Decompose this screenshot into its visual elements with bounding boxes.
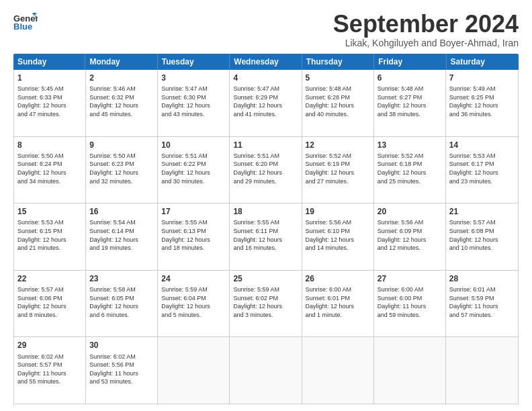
cell-info: Sunrise: 5:49 AM Sunset: 6:25 PM Dayligh… — [449, 85, 515, 118]
cell-info: Sunrise: 5:50 AM Sunset: 6:23 PM Dayligh… — [89, 152, 154, 185]
cell-info: Sunrise: 6:02 AM Sunset: 5:57 PM Dayligh… — [17, 353, 82, 386]
calendar-cell: 1Sunrise: 5:45 AM Sunset: 6:33 PM Daylig… — [14, 70, 86, 136]
calendar-cell — [446, 337, 518, 404]
calendar-cell: 2Sunrise: 5:46 AM Sunset: 6:32 PM Daylig… — [86, 70, 158, 136]
weekday-header: Thursday — [302, 54, 374, 70]
weekday-header: Monday — [85, 54, 157, 70]
calendar-cell: 16Sunrise: 5:54 AM Sunset: 6:14 PM Dayli… — [86, 203, 158, 270]
calendar-cell: 27Sunrise: 6:00 AM Sunset: 6:00 PM Dayli… — [374, 271, 446, 337]
day-number: 30 — [89, 340, 154, 351]
day-number: 11 — [233, 140, 298, 150]
weekday-header: Friday — [374, 54, 446, 70]
calendar-cell — [374, 337, 446, 404]
cell-info: Sunrise: 5:55 AM Sunset: 6:13 PM Dayligh… — [161, 218, 226, 252]
svg-text:Blue: Blue — [13, 21, 32, 31]
day-number: 3 — [161, 73, 226, 83]
cell-info: Sunrise: 5:55 AM Sunset: 6:11 PM Dayligh… — [233, 218, 298, 252]
calendar-cell: 29Sunrise: 6:02 AM Sunset: 5:57 PM Dayli… — [14, 337, 86, 404]
cell-info: Sunrise: 5:46 AM Sunset: 6:32 PM Dayligh… — [89, 85, 154, 118]
day-number: 19 — [306, 206, 370, 217]
day-number: 12 — [306, 140, 370, 150]
day-number: 24 — [161, 273, 226, 284]
cell-info: Sunrise: 5:57 AM Sunset: 6:06 PM Dayligh… — [17, 285, 82, 319]
calendar-cell: 7Sunrise: 5:49 AM Sunset: 6:25 PM Daylig… — [446, 70, 518, 136]
page-header: General Blue September 2024 Likak, Kohgi… — [13, 12, 519, 48]
day-number: 10 — [161, 140, 226, 150]
calendar-week: 29Sunrise: 6:02 AM Sunset: 5:57 PM Dayli… — [14, 337, 518, 404]
day-number: 13 — [378, 140, 442, 150]
cell-info: Sunrise: 6:00 AM Sunset: 6:01 PM Dayligh… — [306, 285, 370, 319]
day-number: 7 — [449, 73, 515, 83]
calendar-cell: 20Sunrise: 5:56 AM Sunset: 6:09 PM Dayli… — [374, 203, 446, 270]
calendar-body: 1Sunrise: 5:45 AM Sunset: 6:33 PM Daylig… — [13, 70, 519, 404]
calendar-cell: 15Sunrise: 5:53 AM Sunset: 6:15 PM Dayli… — [14, 203, 86, 270]
calendar-cell — [230, 337, 302, 404]
cell-info: Sunrise: 5:59 AM Sunset: 6:02 PM Dayligh… — [233, 285, 298, 319]
calendar-cell: 11Sunrise: 5:51 AM Sunset: 6:20 PM Dayli… — [230, 137, 302, 203]
calendar-cell: 30Sunrise: 6:02 AM Sunset: 5:56 PM Dayli… — [86, 337, 158, 404]
calendar-cell: 3Sunrise: 5:47 AM Sunset: 6:30 PM Daylig… — [158, 70, 230, 136]
calendar-week: 22Sunrise: 5:57 AM Sunset: 6:06 PM Dayli… — [14, 271, 518, 338]
day-number: 2 — [89, 73, 154, 83]
calendar-cell: 9Sunrise: 5:50 AM Sunset: 6:23 PM Daylig… — [86, 137, 158, 203]
cell-info: Sunrise: 5:59 AM Sunset: 6:04 PM Dayligh… — [161, 285, 226, 319]
calendar-cell: 18Sunrise: 5:55 AM Sunset: 6:11 PM Dayli… — [230, 203, 302, 270]
calendar-week: 15Sunrise: 5:53 AM Sunset: 6:15 PM Dayli… — [14, 203, 518, 271]
cell-info: Sunrise: 5:45 AM Sunset: 6:33 PM Dayligh… — [17, 85, 82, 118]
cell-info: Sunrise: 5:56 AM Sunset: 6:09 PM Dayligh… — [378, 218, 442, 252]
logo: General Blue — [13, 12, 38, 31]
day-number: 23 — [89, 273, 154, 284]
cell-info: Sunrise: 5:58 AM Sunset: 6:05 PM Dayligh… — [89, 285, 154, 319]
day-number: 20 — [378, 206, 442, 217]
cell-info: Sunrise: 5:47 AM Sunset: 6:29 PM Dayligh… — [233, 85, 298, 118]
calendar-cell: 4Sunrise: 5:47 AM Sunset: 6:29 PM Daylig… — [230, 70, 302, 136]
day-number: 17 — [161, 206, 226, 217]
day-number: 14 — [449, 140, 515, 150]
calendar: SundayMondayTuesdayWednesdayThursdayFrid… — [13, 54, 519, 404]
calendar-cell — [302, 337, 374, 404]
day-number: 16 — [89, 206, 154, 217]
month-title: September 2024 — [333, 12, 519, 36]
weekday-header: Sunday — [13, 54, 85, 70]
calendar-cell: 22Sunrise: 5:57 AM Sunset: 6:06 PM Dayli… — [14, 271, 86, 337]
day-number: 4 — [233, 73, 298, 83]
cell-info: Sunrise: 5:52 AM Sunset: 6:18 PM Dayligh… — [378, 152, 442, 185]
cell-info: Sunrise: 5:54 AM Sunset: 6:14 PM Dayligh… — [89, 218, 154, 252]
calendar-cell: 5Sunrise: 5:48 AM Sunset: 6:28 PM Daylig… — [302, 70, 374, 136]
cell-info: Sunrise: 6:00 AM Sunset: 6:00 PM Dayligh… — [378, 285, 442, 319]
day-number: 1 — [17, 73, 82, 83]
day-number: 28 — [449, 273, 515, 284]
cell-info: Sunrise: 6:01 AM Sunset: 5:59 PM Dayligh… — [449, 285, 515, 319]
cell-info: Sunrise: 5:53 AM Sunset: 6:17 PM Dayligh… — [449, 152, 515, 185]
calendar-cell: 19Sunrise: 5:56 AM Sunset: 6:10 PM Dayli… — [302, 203, 374, 270]
day-number: 8 — [17, 140, 82, 150]
cell-info: Sunrise: 5:57 AM Sunset: 6:08 PM Dayligh… — [449, 218, 515, 252]
day-number: 21 — [449, 206, 515, 217]
day-number: 15 — [17, 206, 82, 217]
calendar-cell: 21Sunrise: 5:57 AM Sunset: 6:08 PM Dayli… — [446, 203, 518, 270]
title-section: September 2024 Likak, Kohgiluyeh and Boy… — [333, 12, 519, 48]
day-number: 26 — [306, 273, 370, 284]
day-number: 18 — [233, 206, 298, 217]
calendar-page: General Blue September 2024 Likak, Kohgi… — [0, 0, 532, 411]
calendar-cell: 12Sunrise: 5:52 AM Sunset: 6:19 PM Dayli… — [302, 137, 374, 203]
cell-info: Sunrise: 5:56 AM Sunset: 6:10 PM Dayligh… — [306, 218, 370, 252]
cell-info: Sunrise: 5:52 AM Sunset: 6:19 PM Dayligh… — [306, 152, 370, 185]
cell-info: Sunrise: 6:02 AM Sunset: 5:56 PM Dayligh… — [89, 353, 154, 386]
calendar-header: SundayMondayTuesdayWednesdayThursdayFrid… — [13, 54, 519, 70]
calendar-cell: 28Sunrise: 6:01 AM Sunset: 5:59 PM Dayli… — [446, 271, 518, 337]
day-number: 22 — [17, 273, 82, 284]
cell-info: Sunrise: 5:48 AM Sunset: 6:27 PM Dayligh… — [378, 85, 442, 118]
cell-info: Sunrise: 5:53 AM Sunset: 6:15 PM Dayligh… — [17, 218, 82, 252]
day-number: 27 — [378, 273, 442, 284]
day-number: 29 — [17, 340, 82, 351]
calendar-cell: 13Sunrise: 5:52 AM Sunset: 6:18 PM Dayli… — [374, 137, 446, 203]
day-number: 25 — [233, 273, 298, 284]
day-number: 5 — [306, 73, 370, 83]
logo-icon: General Blue — [13, 12, 38, 31]
calendar-cell: 10Sunrise: 5:51 AM Sunset: 6:22 PM Dayli… — [158, 137, 230, 203]
calendar-cell: 8Sunrise: 5:50 AM Sunset: 6:24 PM Daylig… — [14, 137, 86, 203]
cell-info: Sunrise: 5:48 AM Sunset: 6:28 PM Dayligh… — [306, 85, 370, 118]
weekday-header: Saturday — [447, 54, 519, 70]
calendar-cell: 26Sunrise: 6:00 AM Sunset: 6:01 PM Dayli… — [302, 271, 374, 337]
